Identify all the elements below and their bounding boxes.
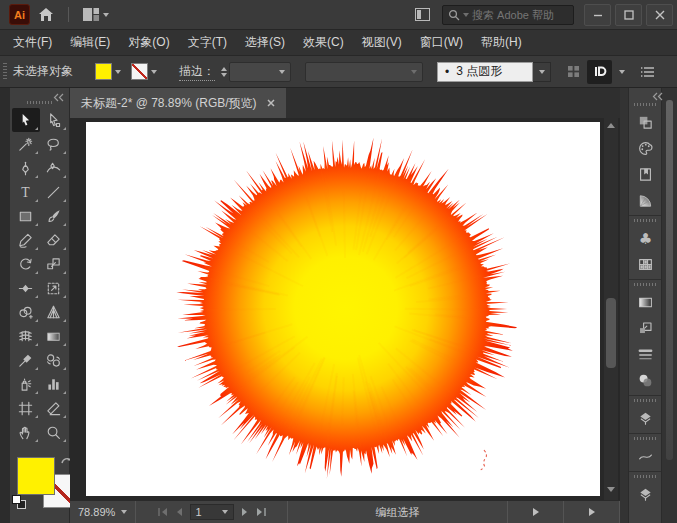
menu-file[interactable]: 文件(F) xyxy=(4,30,61,55)
previous-artboard-icon[interactable] xyxy=(175,507,183,517)
home-icon[interactable] xyxy=(30,0,62,29)
collapse-tools-icon[interactable] xyxy=(53,91,64,105)
tool-shaper[interactable] xyxy=(12,228,40,252)
scrollbar-thumb[interactable] xyxy=(606,298,616,368)
scroll-up-icon[interactable] xyxy=(607,123,615,131)
sun-artwork[interactable] xyxy=(86,122,600,496)
minimize-button[interactable] xyxy=(584,4,611,26)
tool-pen[interactable] xyxy=(12,156,40,180)
close-tab-icon[interactable] xyxy=(267,96,275,110)
brush-dropdown-button[interactable] xyxy=(533,62,551,82)
menu-object[interactable]: 对象(O) xyxy=(119,30,178,55)
arrange-documents-icon[interactable] xyxy=(407,0,438,29)
panel-grip[interactable] xyxy=(634,437,656,440)
artboard[interactable] xyxy=(86,122,600,496)
profile-dropdown-icon[interactable] xyxy=(619,70,625,74)
stroke-weight-stepper[interactable] xyxy=(221,67,227,77)
tool-line[interactable] xyxy=(40,180,68,204)
tool-zoom[interactable] xyxy=(40,420,68,444)
canvas-area[interactable] xyxy=(70,118,620,500)
maximize-button[interactable] xyxy=(615,4,642,26)
panel-gradient[interactable] xyxy=(629,289,661,315)
panel-grip[interactable] xyxy=(634,475,656,478)
expand-panels-icon[interactable] xyxy=(652,90,663,104)
tool-gradient[interactable] xyxy=(40,324,68,348)
scroll-down-icon[interactable] xyxy=(607,487,615,495)
tool-eyedropper[interactable] xyxy=(12,348,40,372)
stroke-color-control[interactable] xyxy=(131,63,157,80)
panel-color-guide[interactable] xyxy=(629,187,661,213)
brush-definition-value[interactable]: • 3 点圆形 xyxy=(437,62,533,82)
panel-transform[interactable] xyxy=(629,315,661,341)
panel-grip[interactable] xyxy=(634,219,656,222)
last-artboard-icon[interactable] xyxy=(256,507,267,517)
tool-selection[interactable] xyxy=(12,108,40,132)
panel-libraries[interactable] xyxy=(629,161,661,187)
stroke-color-swatch[interactable] xyxy=(131,63,148,80)
tool-mesh[interactable] xyxy=(12,324,40,348)
tool-scale[interactable] xyxy=(40,252,68,276)
tool-direct-selection[interactable] xyxy=(40,108,68,132)
workspace-switcher[interactable] xyxy=(75,0,117,29)
brush-definition-select[interactable]: • 3 点圆形 xyxy=(437,62,551,82)
panel-grip[interactable] xyxy=(634,283,656,286)
tool-rectangle[interactable] xyxy=(12,204,40,228)
panel-artboards[interactable] xyxy=(629,251,661,277)
stepper-up-icon[interactable] xyxy=(221,67,227,71)
menu-select[interactable]: 选择(S) xyxy=(236,30,294,55)
panel-grip[interactable] xyxy=(27,101,53,104)
vertical-scrollbar[interactable] xyxy=(604,118,618,500)
fill-color-swatch[interactable] xyxy=(95,63,112,80)
tool-shape-builder[interactable] xyxy=(12,300,40,324)
panel-graphic-styles[interactable] xyxy=(629,481,661,507)
tool-lasso[interactable] xyxy=(40,132,68,156)
panel-brushes[interactable] xyxy=(629,443,661,469)
panel-color[interactable] xyxy=(629,135,661,161)
panel-transparency[interactable] xyxy=(629,367,661,393)
tool-symbol-sprayer[interactable] xyxy=(12,372,40,396)
fill-color-control[interactable] xyxy=(95,63,121,80)
panel-pathfinder[interactable] xyxy=(629,109,661,135)
dock-scrollbar[interactable] xyxy=(666,100,673,460)
search-box[interactable] xyxy=(442,5,574,25)
stepper-down-icon[interactable] xyxy=(221,73,227,77)
first-artboard-icon[interactable] xyxy=(157,507,168,517)
menu-help[interactable]: 帮助(H) xyxy=(472,30,531,55)
status-menu-button-2[interactable] xyxy=(564,501,620,523)
tool-free-transform[interactable] xyxy=(40,276,68,300)
tool-perspective-grid[interactable] xyxy=(40,300,68,324)
document-tab[interactable]: 未标题-2* @ 78.89% (RGB/预览) xyxy=(70,88,286,118)
search-input[interactable] xyxy=(472,9,568,21)
menu-type[interactable]: 文字(T) xyxy=(179,30,236,55)
chevron-down-icon[interactable] xyxy=(151,70,157,74)
status-menu-button[interactable] xyxy=(508,501,564,523)
menu-view[interactable]: 视图(V) xyxy=(353,30,411,55)
panel-grip[interactable] xyxy=(634,399,656,402)
tool-paintbrush[interactable] xyxy=(40,204,68,228)
panel-grip[interactable] xyxy=(3,63,7,81)
zoom-level-select[interactable]: 78.89% xyxy=(70,501,136,523)
tool-type[interactable]: T xyxy=(12,180,40,204)
options-list-icon[interactable] xyxy=(640,66,655,78)
panel-stroke[interactable] xyxy=(629,341,661,367)
chevron-down-icon[interactable] xyxy=(115,70,121,74)
panel-symbols[interactable]: ♣ xyxy=(629,225,661,251)
tool-artboard[interactable] xyxy=(12,396,40,420)
tool-width[interactable] xyxy=(12,276,40,300)
stroke-weight-label[interactable]: 描边： xyxy=(179,63,215,81)
menu-window[interactable]: 窗口(W) xyxy=(411,30,472,55)
tool-slice[interactable] xyxy=(40,396,68,420)
menu-edit[interactable]: 编辑(E) xyxy=(61,30,119,55)
tool-eraser[interactable] xyxy=(40,228,68,252)
close-button[interactable] xyxy=(646,4,673,26)
tool-curvature[interactable] xyxy=(40,156,68,180)
next-artboard-icon[interactable] xyxy=(241,507,249,517)
style-select[interactable] xyxy=(305,62,423,82)
width-profile-button[interactable] xyxy=(587,60,612,84)
default-fill-stroke-icon[interactable] xyxy=(11,494,28,511)
artboard-number-select[interactable]: 1 xyxy=(190,504,234,520)
tool-hand[interactable] xyxy=(12,420,40,444)
menu-effect[interactable]: 效果(C) xyxy=(294,30,353,55)
stroke-weight-select[interactable] xyxy=(229,62,291,82)
tool-column-graph[interactable] xyxy=(40,372,68,396)
